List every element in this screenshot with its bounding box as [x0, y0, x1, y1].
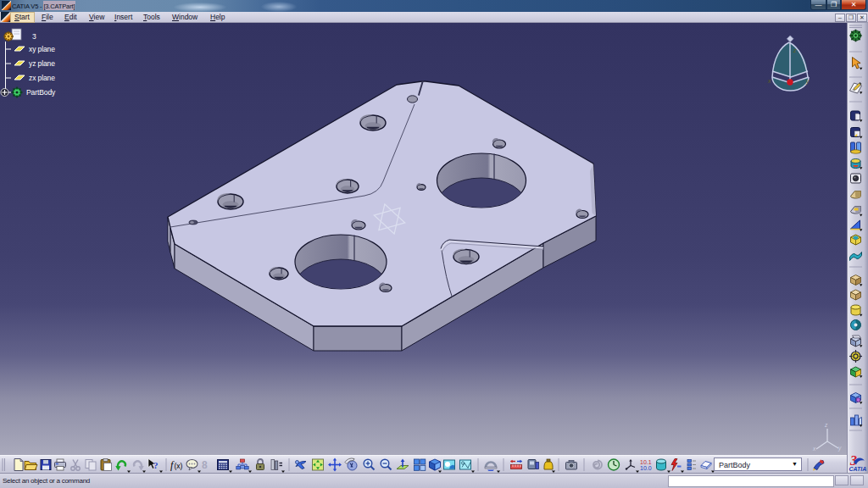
svg-text:8: 8	[202, 459, 208, 471]
svg-text:10.0: 10.0	[640, 465, 652, 471]
svg-text:z: z	[824, 422, 828, 428]
svg-text:CATIA: CATIA	[849, 466, 867, 472]
svg-text:y: y	[805, 78, 810, 85]
svg-text:z: z	[793, 47, 797, 53]
svg-text:x: x	[812, 446, 816, 452]
svg-text:?: ?	[153, 460, 159, 470]
svg-text:x: x	[767, 78, 771, 84]
svg-text:(x): (x)	[175, 462, 183, 470]
svg-text:y: y	[837, 445, 842, 452]
svg-text:10.1: 10.1	[640, 459, 652, 465]
